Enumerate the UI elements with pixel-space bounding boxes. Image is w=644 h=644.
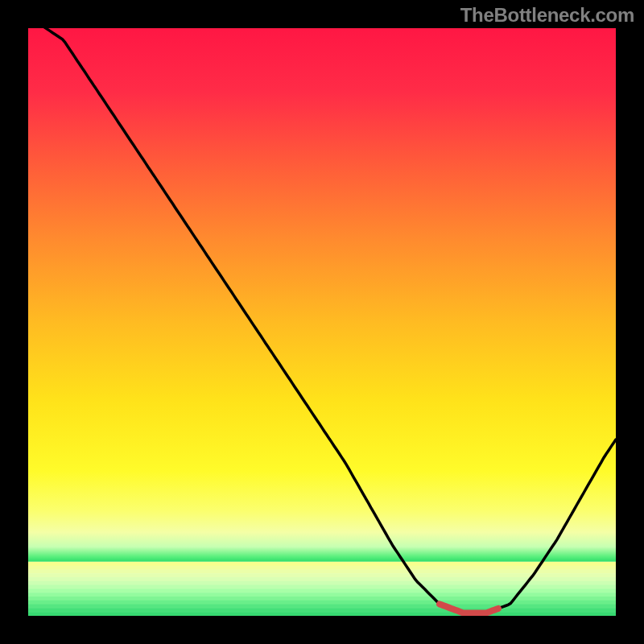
watermark-text: TheBottleneck.com [460, 4, 634, 27]
chart-frame [28, 28, 616, 616]
svg-rect-12 [28, 608, 616, 612]
svg-rect-1 [28, 566, 616, 570]
svg-rect-10 [28, 601, 616, 605]
svg-rect-3 [28, 573, 616, 577]
svg-rect-2 [28, 569, 616, 573]
chart-bottom-stripes [28, 562, 616, 616]
svg-rect-8 [28, 592, 616, 597]
svg-rect-9 [28, 597, 616, 601]
svg-rect-0 [28, 562, 616, 566]
chart-plot [28, 28, 616, 616]
svg-rect-13 [28, 612, 616, 616]
svg-rect-11 [28, 605, 616, 609]
chart-background-gradient [28, 28, 616, 562]
svg-rect-7 [28, 588, 616, 592]
svg-rect-6 [28, 585, 616, 589]
